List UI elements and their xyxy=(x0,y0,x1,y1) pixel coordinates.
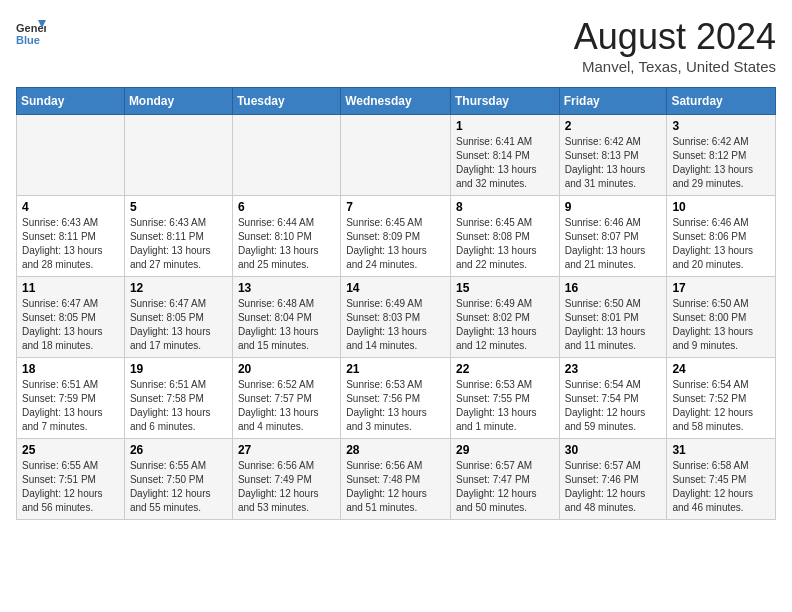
calendar-cell: 29Sunrise: 6:57 AM Sunset: 7:47 PM Dayli… xyxy=(450,439,559,520)
calendar-cell: 11Sunrise: 6:47 AM Sunset: 8:05 PM Dayli… xyxy=(17,277,125,358)
calendar-cell: 2Sunrise: 6:42 AM Sunset: 8:13 PM Daylig… xyxy=(559,115,667,196)
day-info: Sunrise: 6:48 AM Sunset: 8:04 PM Dayligh… xyxy=(238,297,335,353)
day-number: 10 xyxy=(672,200,770,214)
calendar-cell xyxy=(341,115,451,196)
day-number: 3 xyxy=(672,119,770,133)
calendar-cell: 18Sunrise: 6:51 AM Sunset: 7:59 PM Dayli… xyxy=(17,358,125,439)
calendar-cell: 12Sunrise: 6:47 AM Sunset: 8:05 PM Dayli… xyxy=(124,277,232,358)
day-info: Sunrise: 6:55 AM Sunset: 7:50 PM Dayligh… xyxy=(130,459,227,515)
calendar-cell: 15Sunrise: 6:49 AM Sunset: 8:02 PM Dayli… xyxy=(450,277,559,358)
day-info: Sunrise: 6:45 AM Sunset: 8:09 PM Dayligh… xyxy=(346,216,445,272)
week-row-2: 4Sunrise: 6:43 AM Sunset: 8:11 PM Daylig… xyxy=(17,196,776,277)
day-info: Sunrise: 6:46 AM Sunset: 8:06 PM Dayligh… xyxy=(672,216,770,272)
day-number: 13 xyxy=(238,281,335,295)
calendar-cell xyxy=(17,115,125,196)
calendar-cell xyxy=(124,115,232,196)
column-header-sunday: Sunday xyxy=(17,88,125,115)
day-number: 17 xyxy=(672,281,770,295)
day-number: 23 xyxy=(565,362,662,376)
day-info: Sunrise: 6:42 AM Sunset: 8:12 PM Dayligh… xyxy=(672,135,770,191)
week-row-5: 25Sunrise: 6:55 AM Sunset: 7:51 PM Dayli… xyxy=(17,439,776,520)
day-number: 18 xyxy=(22,362,119,376)
column-header-tuesday: Tuesday xyxy=(232,88,340,115)
day-info: Sunrise: 6:57 AM Sunset: 7:46 PM Dayligh… xyxy=(565,459,662,515)
calendar-cell: 3Sunrise: 6:42 AM Sunset: 8:12 PM Daylig… xyxy=(667,115,776,196)
day-info: Sunrise: 6:58 AM Sunset: 7:45 PM Dayligh… xyxy=(672,459,770,515)
calendar-cell: 7Sunrise: 6:45 AM Sunset: 8:09 PM Daylig… xyxy=(341,196,451,277)
day-number: 11 xyxy=(22,281,119,295)
logo-svg: General Blue xyxy=(16,16,46,52)
week-row-1: 1Sunrise: 6:41 AM Sunset: 8:14 PM Daylig… xyxy=(17,115,776,196)
calendar-body: 1Sunrise: 6:41 AM Sunset: 8:14 PM Daylig… xyxy=(17,115,776,520)
day-number: 26 xyxy=(130,443,227,457)
day-number: 31 xyxy=(672,443,770,457)
calendar-cell: 26Sunrise: 6:55 AM Sunset: 7:50 PM Dayli… xyxy=(124,439,232,520)
day-info: Sunrise: 6:41 AM Sunset: 8:14 PM Dayligh… xyxy=(456,135,554,191)
day-number: 25 xyxy=(22,443,119,457)
day-info: Sunrise: 6:43 AM Sunset: 8:11 PM Dayligh… xyxy=(22,216,119,272)
calendar-header: SundayMondayTuesdayWednesdayThursdayFrid… xyxy=(17,88,776,115)
calendar-cell: 14Sunrise: 6:49 AM Sunset: 8:03 PM Dayli… xyxy=(341,277,451,358)
day-info: Sunrise: 6:46 AM Sunset: 8:07 PM Dayligh… xyxy=(565,216,662,272)
day-info: Sunrise: 6:55 AM Sunset: 7:51 PM Dayligh… xyxy=(22,459,119,515)
calendar-cell: 5Sunrise: 6:43 AM Sunset: 8:11 PM Daylig… xyxy=(124,196,232,277)
day-number: 14 xyxy=(346,281,445,295)
calendar-cell: 27Sunrise: 6:56 AM Sunset: 7:49 PM Dayli… xyxy=(232,439,340,520)
calendar-cell: 4Sunrise: 6:43 AM Sunset: 8:11 PM Daylig… xyxy=(17,196,125,277)
day-info: Sunrise: 6:51 AM Sunset: 7:58 PM Dayligh… xyxy=(130,378,227,434)
day-number: 21 xyxy=(346,362,445,376)
day-number: 15 xyxy=(456,281,554,295)
day-info: Sunrise: 6:50 AM Sunset: 8:00 PM Dayligh… xyxy=(672,297,770,353)
day-number: 29 xyxy=(456,443,554,457)
day-info: Sunrise: 6:53 AM Sunset: 7:55 PM Dayligh… xyxy=(456,378,554,434)
title-block: August 2024 Manvel, Texas, United States xyxy=(574,16,776,75)
header-row: SundayMondayTuesdayWednesdayThursdayFrid… xyxy=(17,88,776,115)
day-number: 22 xyxy=(456,362,554,376)
week-row-3: 11Sunrise: 6:47 AM Sunset: 8:05 PM Dayli… xyxy=(17,277,776,358)
calendar-cell: 1Sunrise: 6:41 AM Sunset: 8:14 PM Daylig… xyxy=(450,115,559,196)
day-number: 5 xyxy=(130,200,227,214)
main-title: August 2024 xyxy=(574,16,776,58)
day-info: Sunrise: 6:54 AM Sunset: 7:54 PM Dayligh… xyxy=(565,378,662,434)
calendar-cell: 8Sunrise: 6:45 AM Sunset: 8:08 PM Daylig… xyxy=(450,196,559,277)
calendar-table: SundayMondayTuesdayWednesdayThursdayFrid… xyxy=(16,87,776,520)
calendar-cell: 21Sunrise: 6:53 AM Sunset: 7:56 PM Dayli… xyxy=(341,358,451,439)
day-number: 6 xyxy=(238,200,335,214)
day-info: Sunrise: 6:54 AM Sunset: 7:52 PM Dayligh… xyxy=(672,378,770,434)
column-header-monday: Monday xyxy=(124,88,232,115)
day-info: Sunrise: 6:50 AM Sunset: 8:01 PM Dayligh… xyxy=(565,297,662,353)
calendar-cell xyxy=(232,115,340,196)
calendar-cell: 23Sunrise: 6:54 AM Sunset: 7:54 PM Dayli… xyxy=(559,358,667,439)
calendar-cell: 22Sunrise: 6:53 AM Sunset: 7:55 PM Dayli… xyxy=(450,358,559,439)
page-header: General Blue August 2024 Manvel, Texas, … xyxy=(16,16,776,75)
day-number: 2 xyxy=(565,119,662,133)
column-header-wednesday: Wednesday xyxy=(341,88,451,115)
day-number: 30 xyxy=(565,443,662,457)
calendar-cell: 10Sunrise: 6:46 AM Sunset: 8:06 PM Dayli… xyxy=(667,196,776,277)
day-number: 4 xyxy=(22,200,119,214)
day-number: 9 xyxy=(565,200,662,214)
day-number: 20 xyxy=(238,362,335,376)
day-number: 24 xyxy=(672,362,770,376)
subtitle: Manvel, Texas, United States xyxy=(574,58,776,75)
calendar-cell: 13Sunrise: 6:48 AM Sunset: 8:04 PM Dayli… xyxy=(232,277,340,358)
column-header-saturday: Saturday xyxy=(667,88,776,115)
day-number: 7 xyxy=(346,200,445,214)
week-row-4: 18Sunrise: 6:51 AM Sunset: 7:59 PM Dayli… xyxy=(17,358,776,439)
day-info: Sunrise: 6:52 AM Sunset: 7:57 PM Dayligh… xyxy=(238,378,335,434)
calendar-cell: 24Sunrise: 6:54 AM Sunset: 7:52 PM Dayli… xyxy=(667,358,776,439)
calendar-cell: 19Sunrise: 6:51 AM Sunset: 7:58 PM Dayli… xyxy=(124,358,232,439)
day-number: 27 xyxy=(238,443,335,457)
day-info: Sunrise: 6:44 AM Sunset: 8:10 PM Dayligh… xyxy=(238,216,335,272)
day-info: Sunrise: 6:51 AM Sunset: 7:59 PM Dayligh… xyxy=(22,378,119,434)
calendar-cell: 31Sunrise: 6:58 AM Sunset: 7:45 PM Dayli… xyxy=(667,439,776,520)
calendar-cell: 28Sunrise: 6:56 AM Sunset: 7:48 PM Dayli… xyxy=(341,439,451,520)
svg-text:Blue: Blue xyxy=(16,34,40,46)
calendar-cell: 9Sunrise: 6:46 AM Sunset: 8:07 PM Daylig… xyxy=(559,196,667,277)
day-info: Sunrise: 6:53 AM Sunset: 7:56 PM Dayligh… xyxy=(346,378,445,434)
column-header-thursday: Thursday xyxy=(450,88,559,115)
day-number: 8 xyxy=(456,200,554,214)
day-info: Sunrise: 6:49 AM Sunset: 8:02 PM Dayligh… xyxy=(456,297,554,353)
day-number: 1 xyxy=(456,119,554,133)
day-info: Sunrise: 6:56 AM Sunset: 7:48 PM Dayligh… xyxy=(346,459,445,515)
